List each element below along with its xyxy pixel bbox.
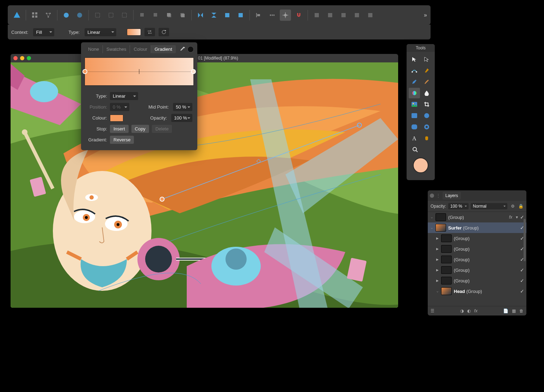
pencil-tool-icon[interactable]: [409, 76, 420, 87]
context-fill-select[interactable]: Fill: [33, 28, 54, 36]
zoom-tool-icon[interactable]: [409, 144, 421, 155]
grid-icon[interactable]: [29, 10, 41, 21]
gradient-stop-end[interactable]: [191, 69, 196, 74]
flip-v-icon[interactable]: [208, 10, 220, 21]
layer-row[interactable]: ⌵Head (Group)✓: [428, 286, 526, 296]
arrange-2-icon[interactable]: [150, 10, 161, 21]
insert-button[interactable]: Insert: [110, 125, 129, 133]
context-type-select[interactable]: Linear: [85, 28, 116, 36]
opacity-input[interactable]: 100 %: [171, 114, 192, 122]
ellipse-tool-icon[interactable]: [421, 110, 432, 121]
gradient-midpoint-handle[interactable]: [139, 69, 140, 74]
position-input[interactable]: 0 %: [110, 103, 129, 111]
layer-row[interactable]: ⌵Surfer (Group)✓: [428, 222, 526, 233]
pan-tool-icon[interactable]: [421, 133, 432, 143]
tab-colour[interactable]: Colour: [130, 45, 151, 53]
layer-row[interactable]: ▶(Group)✓: [428, 244, 526, 254]
gradient-stop-start[interactable]: [82, 69, 87, 74]
op-5-icon[interactable]: [365, 10, 376, 21]
layers-tab[interactable]: Layers: [443, 192, 461, 200]
arrange-3-icon[interactable]: [163, 10, 175, 21]
swap-icon[interactable]: [144, 28, 155, 36]
disclosure-arrow-icon[interactable]: ⌵: [430, 226, 433, 229]
layer-row[interactable]: ▶(Group)✓: [428, 265, 526, 275]
gradient-swatch[interactable]: [127, 29, 141, 36]
align-1-icon[interactable]: [92, 10, 103, 21]
gradient-preview[interactable]: [85, 57, 194, 86]
copy-button[interactable]: Copy: [131, 125, 149, 133]
midpoint-input[interactable]: 50 %: [173, 103, 192, 111]
layer-row[interactable]: ⌵(Group)fx▾✓: [428, 212, 526, 222]
eyedropper-swatch[interactable]: [187, 46, 194, 53]
tab-gradient[interactable]: Gradient: [151, 45, 176, 53]
minimize-window-icon[interactable]: [20, 56, 24, 60]
op-3-icon[interactable]: [338, 10, 349, 21]
visibility-checkbox[interactable]: ✓: [520, 288, 524, 294]
layer-row[interactable]: ▶(Group)✓: [428, 233, 526, 244]
rotate-ccw-icon[interactable]: [222, 10, 233, 21]
op-4-icon[interactable]: [351, 10, 363, 21]
rotate-cw-icon[interactable]: [235, 10, 246, 21]
layer-fx-dropdown-icon[interactable]: ▾: [516, 215, 518, 220]
transparency-tool-icon[interactable]: [421, 88, 432, 98]
tab-swatches[interactable]: Swatches: [103, 45, 130, 53]
mask-icon[interactable]: ◑: [460, 308, 464, 313]
visibility-checkbox[interactable]: ✓: [520, 267, 524, 273]
tab-none[interactable]: None: [85, 45, 103, 53]
app-logo-icon[interactable]: [11, 10, 23, 21]
disclosure-arrow-icon[interactable]: ▶: [435, 258, 439, 261]
disclosure-arrow-icon[interactable]: ⌵: [430, 215, 433, 219]
star-tool-icon[interactable]: [421, 122, 432, 132]
arrange-1-icon[interactable]: [137, 10, 148, 21]
disclosure-arrow-icon[interactable]: ▶: [435, 279, 439, 282]
disclosure-arrow-icon[interactable]: ⌵: [435, 289, 439, 293]
blend-mode-select[interactable]: Normal: [471, 203, 507, 209]
add-shape-icon[interactable]: [61, 10, 72, 21]
fx-icon[interactable]: fx: [474, 308, 477, 313]
subtract-shape-icon[interactable]: [74, 10, 85, 21]
snap-icon[interactable]: [280, 10, 291, 21]
adjust-icon[interactable]: ◐: [467, 308, 471, 313]
disclosure-arrow-icon[interactable]: ▶: [435, 237, 439, 240]
layers-opacity-input[interactable]: 100 %: [448, 203, 469, 209]
revert-icon[interactable]: [159, 28, 169, 36]
rounded-rect-tool-icon[interactable]: [409, 122, 420, 132]
distribute-icon[interactable]: [266, 10, 278, 21]
direct-select-icon[interactable]: [421, 54, 432, 65]
canvas[interactable]: [11, 62, 398, 308]
fill-tool-icon[interactable]: [409, 88, 420, 98]
flip-h-icon[interactable]: [195, 10, 206, 21]
nodes-icon[interactable]: [43, 10, 54, 21]
eyedropper-icon[interactable]: [180, 47, 185, 52]
arrange-4-icon[interactable]: [177, 10, 188, 21]
op-1-icon[interactable]: [311, 10, 322, 21]
align-3-icon[interactable]: [119, 10, 130, 21]
delete-button[interactable]: Delete: [152, 125, 172, 133]
rectangle-tool-icon[interactable]: [409, 110, 420, 121]
colour-well[interactable]: [409, 155, 433, 173]
close-window-icon[interactable]: [13, 56, 18, 60]
op-2-icon[interactable]: [324, 10, 336, 21]
crop-tool-icon[interactable]: [421, 99, 432, 110]
node-tool-icon[interactable]: [409, 65, 420, 76]
visibility-checkbox[interactable]: ✓: [520, 278, 524, 283]
disclosure-arrow-icon[interactable]: ▶: [435, 247, 439, 251]
magnet-icon[interactable]: [293, 10, 304, 21]
new-layer-icon[interactable]: 📄: [503, 308, 508, 313]
zoom-window-icon[interactable]: [27, 56, 31, 60]
align-left-icon[interactable]: [253, 10, 264, 21]
overflow-icon[interactable]: »: [424, 12, 427, 18]
layer-list[interactable]: ⌵(Group)fx▾✓⌵Surfer (Group)✓▶(Group)✓▶(G…: [428, 212, 526, 306]
panel-close-icon[interactable]: [430, 194, 434, 198]
popover-type-select[interactable]: Linear: [110, 92, 138, 100]
colour-swatch[interactable]: [110, 115, 123, 122]
reverse-button[interactable]: Reverse: [110, 136, 134, 144]
pen-tool-icon[interactable]: [421, 65, 432, 76]
place-image-icon[interactable]: [409, 99, 420, 110]
gear-icon[interactable]: ⚙: [511, 204, 515, 209]
lock-icon[interactable]: 🔒: [518, 204, 524, 209]
disclosure-arrow-icon[interactable]: ▶: [435, 268, 439, 272]
brush-tool-icon[interactable]: [421, 76, 432, 87]
layers-stack-icon[interactable]: ☰: [431, 308, 434, 313]
layer-row[interactable]: ▶(Group)✓: [428, 275, 526, 286]
